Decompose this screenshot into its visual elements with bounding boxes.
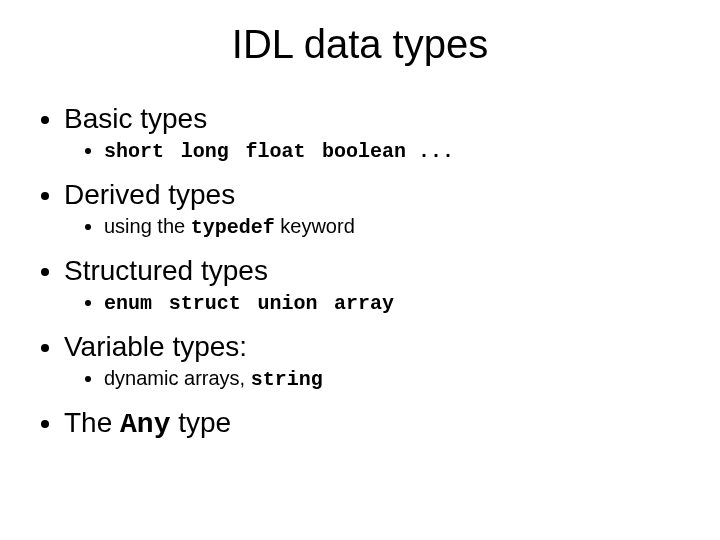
text-before: using the [104, 215, 191, 237]
item-derived-types: Derived types using the typedef keyword [64, 179, 684, 239]
item-label: Derived types [64, 179, 235, 210]
item-label: Structured types [64, 255, 268, 286]
code-enum: enum [104, 292, 152, 315]
code-typedef: typedef [191, 216, 275, 239]
item-any-type: The Any type [64, 407, 684, 440]
item-label-after: type [170, 407, 231, 438]
bullet-list: Basic types short long float boolean ...… [36, 103, 684, 440]
code-any: Any [120, 409, 170, 440]
sub-item: enum struct union array [104, 291, 684, 315]
text-before: dynamic arrays, [104, 367, 251, 389]
slide: IDL data types Basic types short long fl… [0, 0, 720, 540]
item-structured-types: Structured types enum struct union array [64, 255, 684, 315]
code-short: short [104, 140, 164, 163]
item-variable-types: Variable types: dynamic arrays, string [64, 331, 684, 391]
item-label: Variable types: [64, 331, 247, 362]
code-struct: struct [169, 292, 241, 315]
sub-item: short long float boolean ... [104, 139, 684, 163]
item-label-before: The [64, 407, 120, 438]
code-boolean: boolean ... [322, 140, 454, 163]
text-after: keyword [275, 215, 355, 237]
code-string: string [251, 368, 323, 391]
slide-title: IDL data types [36, 22, 684, 67]
item-label: Basic types [64, 103, 207, 134]
code-array: array [334, 292, 394, 315]
code-long: long [181, 140, 229, 163]
code-float: float [245, 140, 305, 163]
code-union: union [257, 292, 317, 315]
sub-item: dynamic arrays, string [104, 367, 684, 391]
item-basic-types: Basic types short long float boolean ... [64, 103, 684, 163]
sub-item: using the typedef keyword [104, 215, 684, 239]
